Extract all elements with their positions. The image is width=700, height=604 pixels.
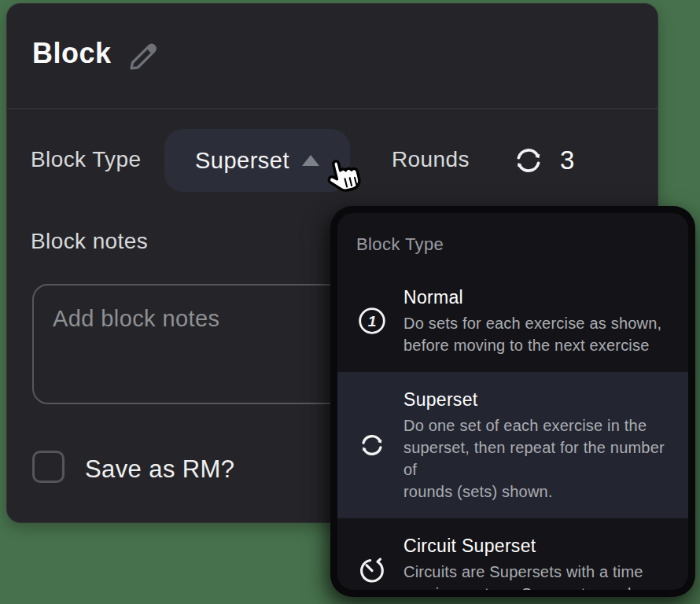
option-superset[interactable]: Superset Do one set of each exercise in …	[337, 372, 688, 518]
option-title: Superset	[403, 388, 672, 411]
svg-text:1: 1	[368, 313, 377, 330]
edit-pencil-icon[interactable]	[125, 39, 161, 75]
chevron-up-icon	[302, 155, 319, 166]
circled-one-icon: 1	[355, 305, 389, 337]
option-description: Do one set of each exercise in the super…	[403, 414, 672, 503]
option-description: Circuits are Supersets with a time requi…	[403, 561, 672, 590]
dropdown-menu-surface: Block Type 1 Normal Do sets for each exe…	[337, 213, 688, 590]
dropdown-header: Block Type	[337, 213, 688, 270]
block-notes-label: Block notes	[31, 229, 148, 254]
option-circuit-superset[interactable]: Circuit Superset Circuits are Supersets …	[337, 518, 688, 590]
cycle-icon	[355, 429, 389, 461]
block-type-dropdown-menu: Block Type 1 Normal Do sets for each exe…	[330, 206, 695, 597]
header-divider	[7, 109, 658, 109]
page-title: Block	[32, 37, 112, 70]
rounds-cycle-icon	[510, 142, 547, 179]
block-type-dropdown-button[interactable]: Superset	[164, 129, 350, 192]
save-rm-label: Save as RM?	[85, 455, 234, 484]
option-title: Circuit Superset	[403, 534, 672, 558]
rounds-label: Rounds	[392, 147, 470, 172]
option-title: Normal	[403, 285, 672, 309]
save-rm-checkbox[interactable]	[32, 451, 64, 483]
page: { "page": { "background_color": "#47714C…	[0, 0, 700, 604]
rounds-value[interactable]: 3	[560, 145, 574, 175]
option-description: Do sets for each exercise as shown, befo…	[403, 312, 672, 356]
timer-icon	[355, 554, 389, 585]
block-type-label: Block Type	[31, 147, 141, 172]
block-type-value: Superset	[195, 148, 289, 174]
option-normal[interactable]: 1 Normal Do sets for each exercise as sh…	[337, 270, 688, 372]
